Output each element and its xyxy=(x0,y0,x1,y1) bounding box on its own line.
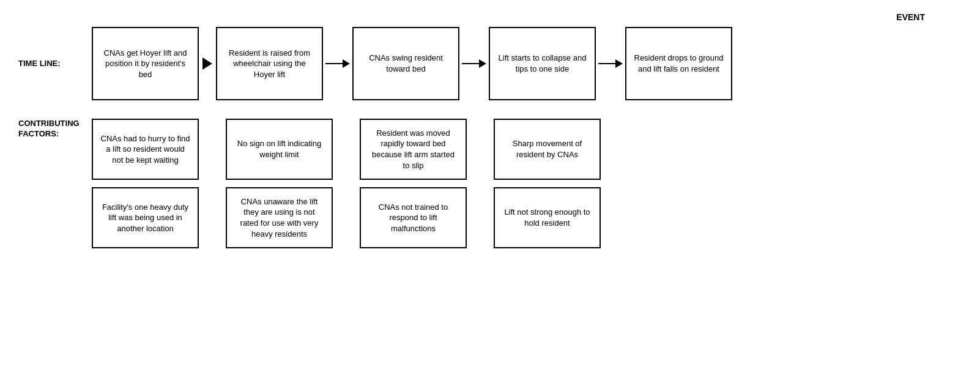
cf-box-1a: CNAs had to hurry to find a lift so resi… xyxy=(92,119,199,180)
cf-box-3a: Resident was moved rapidly toward bed be… xyxy=(360,119,467,180)
cf-col-3: Resident was moved rapidly toward bed be… xyxy=(360,119,467,248)
diagram-container: EVENT TIME LINE: CNAs get Hoyer lift and… xyxy=(18,12,962,248)
spacer-1 xyxy=(199,119,226,248)
timeline-label: TIME LINE: xyxy=(18,59,92,69)
timeline-box-5: Resident drops to ground and lift falls … xyxy=(625,27,732,100)
event-label: EVENT xyxy=(18,12,962,22)
timeline-box-1: CNAs get Hoyer lift and position it by r… xyxy=(92,27,199,100)
cf-col-4: Sharp movement of resident by CNAs Lift … xyxy=(494,119,601,248)
timeline-boxes: CNAs get Hoyer lift and position it by r… xyxy=(92,27,962,100)
arrow-3-icon xyxy=(598,59,623,68)
cf-box-1b: Facility's one heavy duty lift was being… xyxy=(92,187,199,248)
cf-box-2a: No sign on lift indicating weight limit xyxy=(226,119,333,180)
contributing-cols: CNAs had to hurry to find a lift so resi… xyxy=(92,119,962,248)
arrow-2-icon xyxy=(462,59,486,68)
arrow-triangle-icon xyxy=(202,57,212,70)
spacer-3 xyxy=(467,119,494,248)
cf-box-3b: CNAs not trained to respond to lift malf… xyxy=(360,187,467,248)
timeline-row: TIME LINE: CNAs get Hoyer lift and posit… xyxy=(18,27,962,100)
cf-col-2: No sign on lift indicating weight limit … xyxy=(226,119,333,248)
timeline-box-2: Resident is raised from wheelchair using… xyxy=(216,27,323,100)
timeline-box-4: Lift starts to collapse and tips to one … xyxy=(489,27,596,100)
cf-col-1: CNAs had to hurry to find a lift so resi… xyxy=(92,119,199,248)
cf-box-4a: Sharp movement of resident by CNAs xyxy=(494,119,601,180)
contributing-label: CONTRIBUTING FACTORS: xyxy=(18,119,92,139)
timeline-box-3: CNAs swing resident toward bed xyxy=(352,27,459,100)
spacer-2 xyxy=(333,119,360,248)
arrow-1-icon xyxy=(325,59,350,68)
contributing-row: CONTRIBUTING FACTORS: CNAs had to hurry … xyxy=(18,119,962,248)
cf-box-2b: CNAs unaware the lift they are using is … xyxy=(226,187,333,248)
cf-box-4b: Lift not strong enough to hold resident xyxy=(494,187,601,248)
